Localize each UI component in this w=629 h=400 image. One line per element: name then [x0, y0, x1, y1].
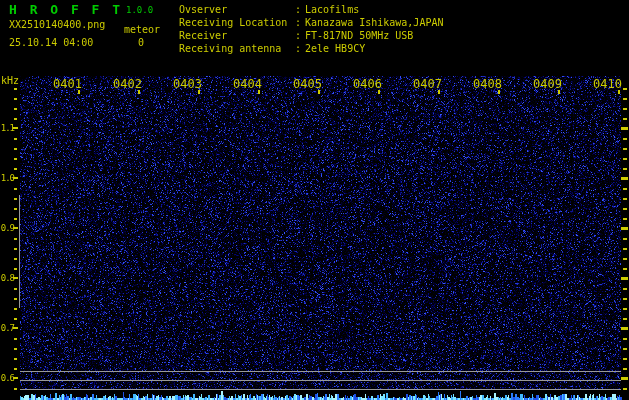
- axis-tick: [623, 198, 627, 200]
- axis-tick: [14, 288, 17, 290]
- app-version: 1.0.0: [126, 5, 153, 15]
- axis-tick: [623, 238, 627, 240]
- axis-tick: [621, 127, 628, 130]
- freq-tick-label: 1.1: [0, 123, 14, 133]
- axis-tick: [623, 158, 627, 160]
- axis-tick: [14, 148, 17, 150]
- axis-tick: [198, 90, 200, 94]
- axis-tick: [14, 108, 17, 110]
- station-value: 2ele HB9CY: [305, 43, 365, 54]
- station-row: Ovserver:Lacofilms: [179, 3, 443, 16]
- axis-tick: [623, 268, 627, 270]
- axis-tick: [14, 218, 17, 220]
- axis-tick: [623, 348, 627, 350]
- station-row: Receiving Location:Kanazawa Ishikawa,JAP…: [179, 16, 443, 29]
- axis-tick: [378, 90, 380, 94]
- station-label: Receiving antenna: [179, 42, 295, 55]
- capture-datetime: 25.10.14 04:00: [9, 37, 93, 48]
- axis-tick: [623, 288, 627, 290]
- axis-tick: [623, 148, 627, 150]
- axis-tick: [13, 377, 18, 379]
- meteor-count: 0: [138, 37, 144, 48]
- station-separator: :: [295, 16, 305, 29]
- station-separator: :: [295, 42, 305, 55]
- axis-tick: [14, 118, 17, 120]
- axis-tick: [13, 327, 18, 329]
- freq-tick-label: 0.8: [0, 273, 14, 283]
- axis-tick: [623, 368, 627, 370]
- axis-tick: [14, 308, 17, 310]
- axis-tick: [318, 90, 320, 94]
- axis-tick: [623, 208, 627, 210]
- axis-tick: [14, 258, 17, 260]
- time-tick-label: 0408: [472, 78, 504, 90]
- axis-tick: [623, 118, 627, 120]
- axis-tick: [14, 98, 17, 100]
- station-label: Receiving Location: [179, 16, 295, 29]
- axis-tick: [623, 338, 627, 340]
- capture-filename: XX2510140400.png: [9, 19, 105, 30]
- axis-tick: [621, 277, 628, 280]
- time-tick-label: 0410: [592, 78, 624, 90]
- station-row: Receiver:FT-817ND 50MHz USB: [179, 29, 443, 42]
- station-row: Receiving antenna:2ele HB9CY: [179, 42, 443, 55]
- axis-tick: [623, 188, 627, 190]
- freq-axis-unit: kHz: [1, 75, 19, 86]
- axis-tick: [558, 90, 560, 94]
- freq-tick-label: 0.9: [0, 223, 14, 233]
- axis-tick: [13, 127, 18, 129]
- axis-tick: [14, 238, 17, 240]
- axis-tick: [623, 108, 627, 110]
- freq-tick-label: 0.7: [0, 323, 14, 333]
- axis-tick: [623, 138, 627, 140]
- station-label: Receiver: [179, 29, 295, 42]
- axis-tick: [621, 377, 628, 380]
- spectrogram-canvas: [0, 0, 629, 400]
- axis-tick: [14, 348, 17, 350]
- station-info: Ovserver:LacofilmsReceiving Location:Kan…: [179, 3, 443, 55]
- mode-label: meteor: [124, 24, 160, 35]
- axis-tick: [623, 88, 627, 90]
- time-tick-label: 0409: [532, 78, 564, 90]
- axis-tick: [14, 358, 17, 360]
- freq-tick-label: 0.6: [0, 373, 14, 383]
- axis-tick: [621, 227, 628, 230]
- axis-tick: [623, 218, 627, 220]
- station-value: FT-817ND 50MHz USB: [305, 30, 413, 41]
- axis-tick: [14, 248, 17, 250]
- axis-tick: [621, 177, 628, 180]
- station-label: Ovserver: [179, 3, 295, 16]
- axis-tick: [14, 208, 17, 210]
- axis-tick: [14, 198, 17, 200]
- axis-tick: [623, 318, 627, 320]
- station-value: Lacofilms: [305, 4, 359, 15]
- axis-tick: [623, 388, 627, 390]
- axis-tick: [14, 338, 17, 340]
- freq-tick-label: 1.0: [0, 173, 14, 183]
- station-separator: :: [295, 3, 305, 16]
- axis-tick: [623, 358, 627, 360]
- axis-tick: [14, 318, 17, 320]
- axis-tick: [138, 90, 140, 94]
- axis-tick: [498, 90, 500, 94]
- axis-tick: [14, 368, 17, 370]
- axis-tick: [14, 268, 17, 270]
- axis-tick: [623, 168, 627, 170]
- time-tick-label: 0405: [292, 78, 324, 90]
- axis-tick: [623, 258, 627, 260]
- axis-tick: [13, 277, 18, 279]
- time-tick-label: 0404: [232, 78, 264, 90]
- axis-tick: [438, 90, 440, 94]
- station-separator: :: [295, 29, 305, 42]
- time-tick-label: 0402: [112, 78, 144, 90]
- axis-tick: [13, 227, 18, 229]
- axis-tick: [14, 188, 17, 190]
- axis-tick: [14, 138, 17, 140]
- axis-tick: [623, 248, 627, 250]
- axis-tick: [258, 90, 260, 94]
- app-title: H R O F F T: [9, 2, 123, 17]
- axis-tick: [14, 388, 17, 390]
- axis-tick: [13, 177, 18, 179]
- axis-tick: [623, 98, 627, 100]
- time-tick-label: 0401: [52, 78, 84, 90]
